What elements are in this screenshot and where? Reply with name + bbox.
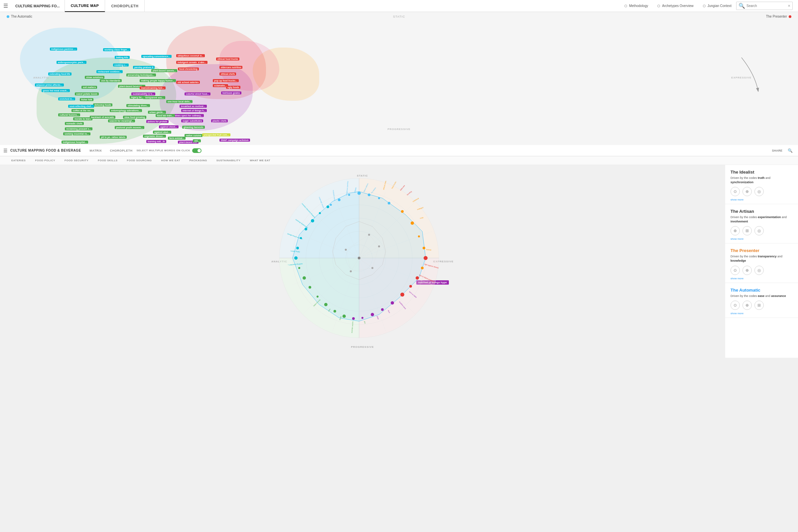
word-tag[interactable]: indulgent cereals	[176, 61, 198, 64]
sub-search-icon[interactable]: 🔍	[786, 148, 795, 153]
word-tag[interactable]: against chest...	[159, 125, 178, 128]
word-tag[interactable]: making people happy humor...	[140, 79, 176, 82]
word-tag[interactable]: upscaling convenience...	[141, 55, 172, 58]
word-tag[interactable]: old...	[193, 139, 201, 142]
word-tag[interactable]: indigenous pantries ...	[50, 48, 77, 51]
tab-culture-map[interactable]: CULTURE MAP	[65, 0, 106, 12]
word-tag[interactable]: ubiquitous coconut w...	[176, 54, 205, 57]
cat-tab-how-we-eat[interactable]: HOW WE EAT	[157, 156, 185, 165]
word-tag[interactable]: straw solutions	[85, 76, 104, 79]
archetypes-link[interactable]: Archetypes Overview	[653, 4, 698, 8]
word-tag[interactable]: parsley praises it	[133, 66, 155, 69]
idealist-icon-2[interactable]: ⊕	[742, 187, 752, 196]
sub-tab-choropleth[interactable]: CHOROPLETH	[106, 145, 136, 156]
word-tag[interactable]: entomophagy aderations...	[110, 109, 142, 112]
word-tag[interactable]: plant-based sweets...	[151, 69, 177, 72]
automatic-show-more[interactable]: show more	[730, 312, 793, 315]
word-tag[interactable]: old school eateries	[176, 81, 200, 84]
search-input[interactable]	[746, 4, 786, 8]
automatic-icon-3[interactable]: ⊞	[755, 301, 764, 310]
word-tag[interactable]: extending food life	[48, 73, 72, 75]
cat-tab-packaging[interactable]: PACKAGING	[185, 156, 212, 165]
presenter-icon-1[interactable]: ⊙	[730, 266, 740, 275]
word-tag[interactable]: mainstreaming heir...	[140, 87, 166, 90]
word-tag[interactable]: detoxing foods	[93, 103, 112, 107]
close-icon[interactable]: ✕	[788, 4, 790, 8]
word-tag[interactable]: nomadic chefs	[65, 122, 84, 125]
word-tag[interactable]: backlash of avocado	[90, 116, 115, 119]
word-tag[interactable]: training eati...th	[146, 140, 166, 143]
word-tag[interactable]: pit to pe- rattoo labels	[100, 136, 127, 139]
word-tag[interactable]: ethical food trucks	[216, 58, 240, 60]
word-tag[interactable]: soul-reflecting chef...	[68, 105, 94, 108]
word-tag[interactable]: pastoral youth movem...	[115, 126, 144, 129]
word-tag[interactable]: gleaning harvests	[182, 126, 205, 129]
jungian-link[interactable]: Jungian Context	[698, 4, 736, 8]
word-tag[interactable]: against obst...	[153, 131, 171, 134]
hamburger-menu-icon[interactable]: ☰	[3, 3, 8, 9]
word-tag[interactable]: SNAF campaign activism	[220, 139, 250, 141]
word-tag[interactable]: sweet potato boom	[75, 92, 99, 95]
word-tag[interactable]: pop-up food trucks...	[213, 79, 239, 82]
methodology-link[interactable]: Methodology	[620, 4, 653, 8]
tab-choropleth[interactable]: CHOROPLETH	[105, 0, 145, 12]
word-tag[interactable]: food lab train...	[156, 114, 175, 117]
search-box[interactable]: 🔍 ✕	[736, 2, 793, 10]
idealist-show-more[interactable]: show more	[730, 198, 793, 201]
word-tag[interactable]: use-by standards	[100, 79, 122, 82]
artisan-show-more[interactable]: show more	[730, 238, 793, 241]
word-tag[interactable]: coffee at the rec...	[72, 109, 94, 112]
word-tag[interactable]: colorful street food...	[185, 92, 210, 95]
word-tag[interactable]: eldercare nutrition	[220, 66, 242, 69]
word-tag[interactable]: amazon prime affords...	[35, 83, 64, 87]
word-tag[interactable]: transparent sou...	[143, 96, 165, 99]
word-tag[interactable]: food chronicling	[178, 68, 199, 71]
idealist-icon-1[interactable]: ⊙	[730, 187, 740, 196]
word-tag[interactable]: working-class finger...	[103, 48, 130, 51]
word-tag[interactable]: fisher folk	[80, 98, 93, 101]
artisan-icon-1[interactable]: ⊕	[730, 226, 740, 235]
word-tag[interactable]: indigenous hospital...	[61, 141, 88, 144]
word-tag[interactable]: ethical chefs	[220, 73, 236, 75]
word-tag[interactable]: reclaiming peasant s...	[65, 127, 92, 130]
presenter-icon-3[interactable]: ◎	[755, 266, 764, 275]
word-tag[interactable]: preserving techniques...	[126, 74, 156, 76]
cat-tab-food-skills[interactable]: FOOD SKILLS	[93, 156, 122, 165]
idealist-icon-3[interactable]: ◎	[755, 187, 764, 196]
sub-hamburger-icon[interactable]: ☰	[3, 148, 8, 153]
cat-tab-eateries[interactable]: EATERIES	[7, 156, 30, 165]
word-tag[interactable]: cooking c...	[113, 63, 129, 66]
cat-tab-sustainability[interactable]: SUSTAINABILITY	[212, 156, 245, 165]
word-tag[interactable]: xclamatio...	[213, 84, 228, 87]
word-tag[interactable]: farm animal...	[168, 137, 186, 140]
word-tag[interactable]: pulses for protein	[146, 120, 169, 123]
word-tag[interactable]: one-hour local deliv...	[166, 100, 192, 103]
word-tag[interactable]: enriched m...	[58, 97, 75, 100]
automatic-icon-1[interactable]: ⊙	[730, 301, 740, 310]
artisan-icon-2[interactable]: ⊞	[742, 226, 752, 235]
artisan-icon-3[interactable]: ◎	[755, 226, 764, 235]
word-tag[interactable]: sugar substitutes	[181, 119, 203, 122]
automatic-icon-2[interactable]: ⊕	[742, 301, 752, 310]
word-tag[interactable]: grass fed meat snack...	[41, 89, 70, 92]
cat-tab-food-policy[interactable]: FOOD POLICY	[30, 156, 60, 165]
word-tag[interactable]: stimulating dises...	[126, 104, 150, 107]
word-tag[interactable]: breakfast as motivat...	[179, 105, 207, 108]
word-tag[interactable]: cultural fusions...	[58, 113, 80, 116]
word-tag[interactable]: ugly foods	[226, 86, 241, 89]
word-tag[interactable]: native cuisine	[185, 134, 203, 137]
cat-tab-food-sourcing[interactable]: FOOD SOURCING	[122, 156, 157, 165]
select-words-toggle[interactable]	[192, 148, 202, 153]
presenter-show-more[interactable]: show more	[730, 277, 793, 280]
word-tag[interactable]: slow food growing	[123, 116, 146, 119]
sub-tab-matrix[interactable]: MATRIX	[86, 145, 106, 156]
word-tag[interactable]: soil matters	[81, 86, 97, 89]
word-tag[interactable]: sustainability & tr...	[131, 92, 155, 95]
word-tag[interactable]: anthropomorphic pack...	[57, 61, 87, 64]
word-tag[interactable]: vegetable dinner...	[143, 135, 166, 138]
word-tag[interactable]: restaurant cookboo...	[96, 70, 123, 73]
word-tag[interactable]: plastic chefs	[211, 119, 228, 122]
word-tag[interactable]: unexpected fruit com...	[202, 133, 230, 136]
word-tag[interactable]: legacy be...	[130, 96, 145, 99]
cat-tab-what-we-eat[interactable]: WHAT WE EAT	[245, 156, 275, 165]
